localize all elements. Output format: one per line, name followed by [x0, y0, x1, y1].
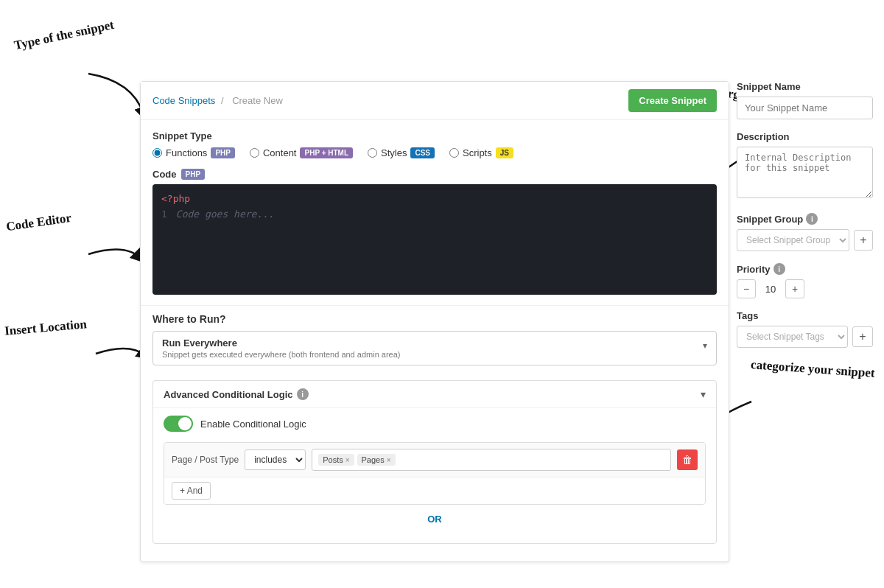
- description-label: Description: [737, 131, 873, 142]
- snippet-group-field: Snippet Group i Select Snippet Group +: [737, 213, 873, 251]
- main-panel: Code Snippets / Create New Create Snippe…: [140, 81, 729, 562]
- where-to-run-select[interactable]: Run Everywhere Snippet gets executed eve…: [152, 331, 717, 365]
- description-field: Description: [737, 131, 873, 201]
- add-tag-button[interactable]: +: [852, 326, 873, 347]
- condition-row: Page / Post Type includes Posts × Pages …: [164, 443, 705, 477]
- snippet-group-select[interactable]: Select Snippet Group: [737, 229, 849, 251]
- code-editor[interactable]: <?php 1 Code goes here...: [152, 184, 717, 295]
- priority-plus-button[interactable]: +: [785, 279, 804, 298]
- type-option-scripts[interactable]: Scripts JS: [449, 147, 513, 158]
- type-option-functions[interactable]: Functions PHP: [152, 147, 235, 158]
- code-label-text: Code: [152, 169, 177, 180]
- snippet-type-section: Snippet Type Functions PHP Content PHP +…: [141, 120, 729, 169]
- badge-js: JS: [496, 147, 513, 158]
- annotation-type: Type of the snippet: [13, 18, 115, 53]
- annotation-editor: Code Editor: [5, 211, 72, 234]
- info-icon: i: [297, 388, 309, 400]
- right-sidebar: Snippet Name Description Snippet Group i…: [737, 81, 873, 360]
- code-label: Code PHP: [152, 169, 717, 180]
- tag-pill-pages: Pages ×: [357, 454, 396, 466]
- badge-php: PHP: [211, 147, 235, 158]
- or-row: OR: [164, 505, 706, 533]
- where-selected-desc: Snippet gets executed everywhere (both f…: [162, 350, 400, 359]
- where-selected-title: Run Everywhere: [162, 337, 400, 349]
- where-to-run-section: Where to Run? Run Everywhere Snippet get…: [141, 305, 729, 373]
- create-snippet-button[interactable]: Create Snippet: [628, 89, 717, 112]
- and-button[interactable]: + And: [172, 482, 211, 500]
- snippet-name-label: Snippet Name: [737, 81, 873, 92]
- line-number: 1: [161, 209, 167, 220]
- type-label-content: Content: [263, 147, 297, 158]
- and-row: + And: [164, 477, 705, 504]
- tags-select-row: Select Snippet Tags +: [737, 326, 873, 348]
- breadcrumb-separator: /: [221, 95, 224, 106]
- condition-field-label: Page / Post Type: [172, 455, 239, 465]
- advanced-conditional-section: Advanced Conditional Logic i ▾ Enable Co…: [152, 380, 717, 544]
- advanced-title-text: Advanced Conditional Logic: [164, 389, 293, 400]
- condition-values[interactable]: Posts × Pages ×: [312, 449, 671, 471]
- type-radio-styles[interactable]: [368, 148, 377, 158]
- type-options: Functions PHP Content PHP + HTML Styles …: [152, 147, 717, 158]
- type-radio-scripts[interactable]: [449, 148, 459, 158]
- priority-info-icon: i: [774, 263, 785, 275]
- snippet-name-field: Snippet Name: [737, 81, 873, 119]
- tag-pill-posts: Posts ×: [318, 454, 354, 466]
- remove-pages-icon[interactable]: ×: [387, 456, 391, 464]
- priority-field: Priority i − 10 +: [737, 263, 873, 298]
- type-radio-content[interactable]: [250, 148, 259, 158]
- where-to-run-label: Where to Run?: [152, 313, 717, 325]
- badge-php-html: PHP + HTML: [300, 147, 353, 158]
- conditions-box: Page / Post Type includes Posts × Pages …: [164, 442, 706, 505]
- type-option-content[interactable]: Content PHP + HTML: [250, 147, 353, 158]
- priority-row: − 10 +: [737, 279, 873, 298]
- description-textarea[interactable]: [737, 147, 873, 198]
- code-placeholder: Code goes here...: [176, 209, 274, 220]
- code-section: Code PHP <?php 1 Code goes here...: [141, 169, 729, 305]
- annotation-categorize: categorize your snippet: [751, 357, 876, 382]
- type-radio-functions[interactable]: [152, 148, 162, 158]
- priority-minus-button[interactable]: −: [737, 279, 756, 298]
- tags-label: Tags: [737, 310, 873, 321]
- group-info-icon: i: [806, 213, 818, 225]
- snippet-type-label: Snippet Type: [152, 130, 717, 141]
- advanced-header[interactable]: Advanced Conditional Logic i ▾: [153, 381, 716, 407]
- snippet-group-label: Snippet Group i: [737, 213, 873, 225]
- snippet-group-select-row: Select Snippet Group +: [737, 229, 873, 251]
- delete-condition-button[interactable]: 🗑: [677, 449, 698, 470]
- conditional-toggle[interactable]: [164, 416, 193, 432]
- breadcrumb-current: Create New: [232, 95, 283, 106]
- tags-field: Tags Select Snippet Tags +: [737, 310, 873, 348]
- type-label-scripts: Scripts: [463, 147, 492, 158]
- trash-icon: 🗑: [682, 454, 692, 466]
- php-tag: <?php: [161, 193, 708, 204]
- badge-css: CSS: [410, 147, 435, 158]
- tags-select[interactable]: Select Snippet Tags: [737, 326, 848, 348]
- condition-operator-select[interactable]: includes: [245, 449, 306, 470]
- collapse-icon: ▾: [701, 388, 706, 400]
- priority-label: Priority i: [737, 263, 873, 275]
- chevron-down-icon: ▾: [703, 340, 707, 351]
- breadcrumb: Code Snippets / Create New: [152, 95, 286, 106]
- type-label-styles: Styles: [381, 147, 407, 158]
- code-badge-php: PHP: [181, 169, 206, 180]
- advanced-body: Enable Conditional Logic Page / Post Typ…: [153, 407, 716, 543]
- or-button[interactable]: OR: [427, 514, 442, 525]
- breadcrumb-link[interactable]: Code Snippets: [152, 95, 215, 106]
- toggle-label: Enable Conditional Logic: [200, 419, 306, 430]
- type-option-styles[interactable]: Styles CSS: [368, 147, 435, 158]
- annotation-location: Insert Location: [4, 317, 87, 339]
- type-label-functions: Functions: [166, 147, 207, 158]
- priority-value: 10: [762, 284, 779, 295]
- toggle-row: Enable Conditional Logic: [164, 416, 706, 432]
- panel-header: Code Snippets / Create New Create Snippe…: [141, 82, 729, 120]
- add-group-button[interactable]: +: [854, 230, 873, 251]
- advanced-title: Advanced Conditional Logic i: [164, 388, 309, 400]
- snippet-name-input[interactable]: [737, 97, 873, 119]
- remove-posts-icon[interactable]: ×: [345, 456, 350, 464]
